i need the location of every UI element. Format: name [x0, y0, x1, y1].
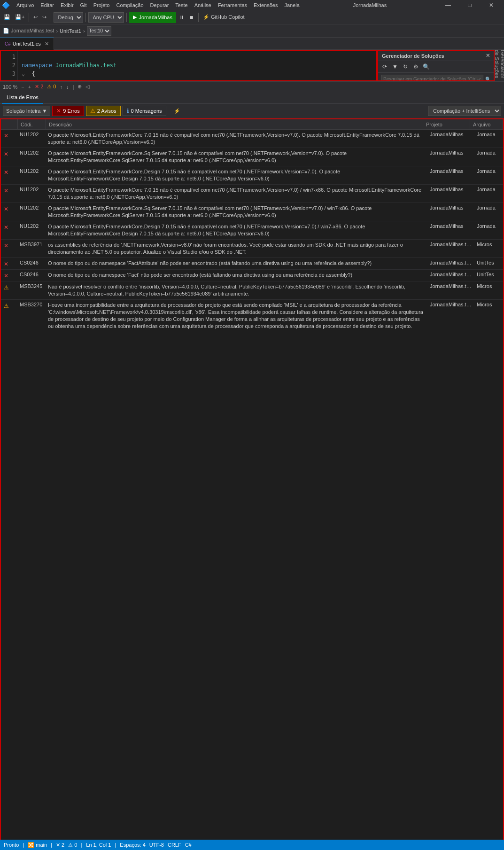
close-button[interactable]: ✕ [481, 0, 502, 10]
menu-projeto[interactable]: Projeto [91, 1, 113, 9]
row-code-1: NU1202 [18, 149, 46, 156]
toolbar-separator-3 [85, 13, 86, 22]
divider: | [72, 84, 74, 90]
row-file-10: Micros [475, 301, 503, 308]
menu-ferramentas[interactable]: Ferramentas [215, 1, 250, 9]
search-icon: 🔍 [485, 77, 491, 82]
error-scope-filter[interactable]: Solução Inteira ▼ [3, 106, 50, 116]
col-header-project[interactable]: Projeto [423, 119, 470, 129]
line-num-1: 1 [1, 53, 16, 61]
se-search-bar: 🔍 [378, 73, 494, 81]
zoom-level: 100 % [3, 84, 17, 90]
row-desc-9: Não é possível resolver o conflito entre… [46, 282, 428, 298]
row-desc-2: O pacote Microsoft.EntityFrameworkCore.D… [46, 167, 428, 183]
row-desc-5: O pacote Microsoft.EntityFrameworkCore.D… [46, 222, 428, 238]
row-project-5: JornadaMilhas [428, 222, 475, 230]
row-desc-4: O pacote Microsoft.EntityFrameworkCore.S… [46, 204, 428, 220]
error-row-2[interactable]: ✕ NU1202 O pacote Microsoft.EntityFramew… [1, 166, 503, 185]
debug-config-dropdown[interactable]: Debug [54, 12, 83, 23]
redo-button[interactable]: ↪ [40, 12, 48, 23]
main-toolbar: 💾 💾+ ↩ ↪ Debug Any CPU ▶ JornadaMilhas ⏸… [0, 10, 504, 24]
solution-explorer: Gerenciador de Soluções ✕ ⟳ ▼ ↻ ⚙ 🔍 🔍 ▼ … [377, 50, 495, 81]
scroll-arrow-icon[interactable]: ◁ [85, 84, 89, 90]
warning-count-filter[interactable]: ⚠ 2 Avisos [86, 106, 121, 116]
status-ready: Pronto [4, 842, 19, 848]
zoom-minus-icon[interactable]: − [21, 84, 24, 90]
menu-editar[interactable]: Editar [38, 1, 57, 9]
code-editor[interactable]: 1 2 3 4 5 6 7 8 9 10 11 namespace Jornad… [0, 50, 377, 81]
error-row-1[interactable]: ✕ NU1202 O pacote Microsoft.EntityFramew… [1, 148, 503, 166]
error-row-0[interactable]: ✕ NU1202 O pacote Microsoft.EntityFramew… [1, 130, 503, 148]
sidebar-text: Gerenciador de Soluções [494, 50, 504, 81]
error-row-7[interactable]: ✕ CS0246 O nome do tipo ou do namespace … [1, 258, 503, 270]
toolbar-separator-2 [51, 13, 51, 22]
error-row-5[interactable]: ✕ NU1202 O pacote Microsoft.EntityFramew… [1, 221, 503, 240]
se-refresh-button[interactable]: ↻ [401, 62, 410, 71]
tab-bar: C# UnitTest1.cs ✕ [0, 38, 504, 50]
row-project-8: JornadaMilhas.test [428, 271, 475, 278]
row-desc-8: O nome do tipo ou do namespace 'Fact' nã… [46, 271, 428, 280]
menu-exibir[interactable]: Exibir [58, 1, 77, 9]
error-badge-label: 9 Erros [63, 108, 79, 114]
tab-label: UnitTest1.cs [13, 41, 41, 47]
menu-analise[interactable]: Análise [192, 1, 214, 9]
pause-button[interactable]: ⏸ [177, 12, 186, 23]
menu-teste[interactable]: Teste [172, 1, 190, 9]
path-sep-2: › [83, 28, 85, 34]
run-button[interactable]: ▶ JornadaMilhas [129, 12, 176, 23]
maximize-button[interactable]: □ [459, 0, 481, 10]
se-filter-button[interactable]: ▼ [390, 62, 400, 71]
down-arrow-icon[interactable]: ↓ [66, 84, 69, 90]
zoom-plus-icon[interactable]: + [28, 84, 31, 90]
tab-error-list[interactable]: Lista de Erros [2, 92, 43, 104]
error-row-9[interactable]: ⚠ MSB3245 Não é possível resolver o conf… [1, 281, 503, 300]
github-copilot-button[interactable]: ⚡ GitHub Copilot [201, 12, 247, 23]
tab-close-button[interactable]: ✕ [45, 41, 49, 47]
method-dropdown[interactable]: Test10 [87, 26, 111, 36]
error-row-4[interactable]: ✕ NU1202 O pacote Microsoft.EntityFramew… [1, 203, 503, 221]
se-toolbar: ⟳ ▼ ↻ ⚙ 🔍 [378, 61, 494, 73]
menu-depurar[interactable]: Depurar [147, 1, 172, 9]
se-settings-button[interactable]: ⚙ [411, 62, 420, 71]
platform-dropdown[interactable]: Any CPU [88, 12, 124, 23]
error-count-filter[interactable]: ✕ 9 Erros [52, 106, 84, 116]
undo-button[interactable]: ↩ [31, 12, 39, 23]
row-file-1: Jornada [475, 149, 503, 156]
se-search-input[interactable] [381, 75, 483, 81]
se-search-toggle[interactable]: 🔍 [421, 62, 431, 71]
row-desc-0: O pacote Microsoft.EntityFrameworkCore 7… [46, 131, 428, 147]
status-errors-bar: ✕ 2 [56, 842, 64, 848]
tab-unittest1[interactable]: C# UnitTest1.cs ✕ [0, 38, 54, 50]
save-button[interactable]: 💾 [2, 12, 12, 23]
build-intellisense-toggle[interactable]: ⚡ [172, 105, 182, 117]
compile-filter-dropdown[interactable]: Compilação + IntelliSens [428, 106, 501, 116]
message-count-filter[interactable]: ℹ 0 Mensagens [123, 106, 166, 116]
navigator-icon[interactable]: ⊕ [78, 84, 82, 90]
minimize-button[interactable]: — [437, 0, 459, 10]
menu-arquivo[interactable]: Arquivo [14, 1, 37, 9]
menu-janela[interactable]: Janela [281, 1, 302, 9]
col-header-desc[interactable]: Descrição [46, 119, 423, 129]
error-row-8[interactable]: ✕ CS0246 O nome do tipo ou do namespace … [1, 270, 503, 281]
message-badge-label: 0 Mensagens [131, 108, 162, 114]
toolbar-separator-1 [29, 13, 29, 22]
col-header-code2[interactable]: Códi. [18, 119, 46, 129]
stop-button[interactable]: ⏹ [187, 12, 196, 23]
code-text[interactable]: namespace JornadaMilhas.test ⌄ { 0 refer… [18, 51, 376, 80]
se-close-icon[interactable]: ✕ [486, 53, 490, 59]
row-file-9: Micros [475, 282, 503, 290]
menu-compilacao[interactable]: Compilação [113, 1, 146, 9]
sidebar-vertical-label: Gerenciador de Soluções [495, 50, 504, 81]
save-all-button[interactable]: 💾+ [13, 12, 26, 23]
menu-extensoes[interactable]: Extensões [251, 1, 280, 9]
error-row-10[interactable]: ⚠ MSB3270 Houve uma incompatibilidade en… [1, 300, 503, 332]
error-row-3[interactable]: ✕ NU1202 O pacote Microsoft.EntityFramew… [1, 185, 503, 203]
up-arrow-icon[interactable]: ↑ [60, 84, 62, 90]
message-badge-icon: ℹ [127, 108, 129, 114]
col-header-file[interactable]: Arquivo [470, 119, 503, 129]
status-bar: Pronto | 🔀 main | ✕ 2 ⚠ 0 | Ln 1, Col 1 … [0, 840, 504, 850]
menu-git[interactable]: Git [78, 1, 90, 9]
col-header-code[interactable] [1, 119, 18, 129]
error-row-6[interactable]: ✕ MSB3971 os assemblies de referência do… [1, 240, 503, 258]
se-sync-button[interactable]: ⟳ [380, 62, 389, 71]
